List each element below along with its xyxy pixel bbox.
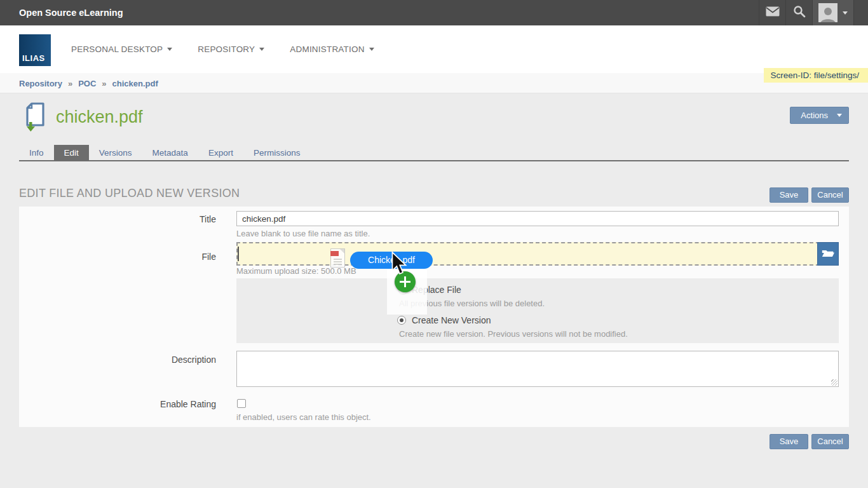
ilias-file-settings-page: Open Source eLearning ILIAS: [0, 0, 868, 488]
chevron-down-icon: [369, 48, 374, 51]
actions-label: Actions: [801, 111, 828, 120]
breadcrumb-repository[interactable]: Repository: [19, 79, 62, 88]
client-title: Open Source eLearning: [19, 0, 123, 25]
main-header: ILIAS PERSONAL DESKTOP REPOSITORY ADMINI…: [0, 25, 868, 73]
rating-field-byline: if enabled, users can rate this object.: [236, 412, 371, 422]
enable-rating-checkbox[interactable]: [237, 399, 246, 408]
mail-icon: [766, 6, 780, 19]
create-new-version-label[interactable]: Create New Version: [412, 315, 491, 325]
user-menu-button[interactable]: [812, 0, 854, 25]
cursor-arrow-icon: [391, 252, 407, 278]
nav-administration[interactable]: ADMINISTRATION: [290, 44, 374, 54]
tab-export[interactable]: Export: [198, 145, 243, 161]
nav-repository[interactable]: REPOSITORY: [198, 44, 264, 54]
title-field-byline: Leave blank to use file name as title.: [236, 229, 370, 238]
title-input[interactable]: [236, 211, 839, 226]
top-bar: Open Source eLearning: [0, 0, 868, 25]
cancel-button-top[interactable]: Cancel: [811, 187, 849, 203]
page-fold: [340, 249, 344, 254]
ilias-logo[interactable]: ILIAS: [19, 34, 51, 66]
cancel-button-bottom[interactable]: Cancel: [811, 434, 849, 449]
object-tabs: Info Edit Versions Metadata Export Permi…: [19, 145, 849, 161]
save-button-top[interactable]: Save: [770, 187, 808, 203]
browse-files-button[interactable]: [817, 242, 839, 266]
description-textarea[interactable]: [236, 351, 839, 387]
file-field-byline: Maximum upload size: 500.0 MB: [236, 266, 356, 276]
create-new-version-radio[interactable]: [397, 316, 406, 325]
tab-metadata[interactable]: Metadata: [142, 145, 198, 161]
tab-versions[interactable]: Versions: [89, 145, 142, 161]
chevron-down-icon: [843, 11, 848, 15]
rating-field-label: Enable Rating: [19, 399, 216, 409]
file-field-label: File: [19, 252, 216, 262]
form-heading: EDIT FILE AND UPLOAD NEW VERSION: [19, 187, 240, 200]
pdf-red-tag: [330, 251, 339, 256]
title-field-label: Title: [19, 214, 216, 224]
chevron-down-icon: [167, 48, 172, 51]
nav-label: ADMINISTRATION: [290, 44, 364, 54]
pdf-file-icon: [330, 248, 345, 268]
screen-id-badge: Screen-ID: file/settings/: [764, 68, 868, 83]
file-download-icon: [24, 102, 47, 135]
mail-button[interactable]: [759, 0, 785, 25]
textarea-resize-grip[interactable]: [831, 379, 837, 386]
main-navigation: PERSONAL DESKTOP REPOSITORY ADMINISTRATI…: [71, 25, 374, 73]
search-button[interactable]: [785, 0, 812, 25]
breadcrumb-poc[interactable]: POC: [78, 79, 96, 88]
breadcrumb-separator: »: [68, 79, 72, 88]
folder-open-icon: [821, 247, 835, 261]
file-dropzone[interactable]: [236, 242, 839, 266]
description-field-label: Description: [19, 355, 216, 365]
chevron-down-icon: [259, 48, 264, 51]
breadcrumb-bar: Repository » POC » chicken.pdf: [0, 73, 868, 93]
nav-label: REPOSITORY: [198, 44, 255, 54]
user-avatar: [818, 3, 837, 22]
search-icon: [793, 5, 806, 20]
tab-edit[interactable]: Edit: [54, 145, 89, 161]
breadcrumb: Repository » POC » chicken.pdf: [19, 73, 158, 93]
nav-personal-desktop[interactable]: PERSONAL DESKTOP: [71, 44, 172, 54]
breadcrumb-current-file[interactable]: chicken.pdf: [112, 79, 158, 88]
topbar-actions: [759, 0, 854, 25]
tab-permissions[interactable]: Permissions: [243, 145, 311, 161]
breadcrumb-separator: »: [102, 79, 106, 88]
create-new-version-byline: Create new file version. Previous versio…: [399, 329, 628, 339]
drop-insert-caret: [238, 247, 239, 261]
nav-label: PERSONAL DESKTOP: [71, 44, 163, 54]
page-title: chicken.pdf: [56, 107, 143, 127]
actions-button[interactable]: Actions: [790, 107, 849, 124]
chevron-down-icon: [837, 114, 842, 117]
save-button-bottom[interactable]: Save: [770, 434, 808, 449]
tab-info[interactable]: Info: [19, 145, 54, 161]
